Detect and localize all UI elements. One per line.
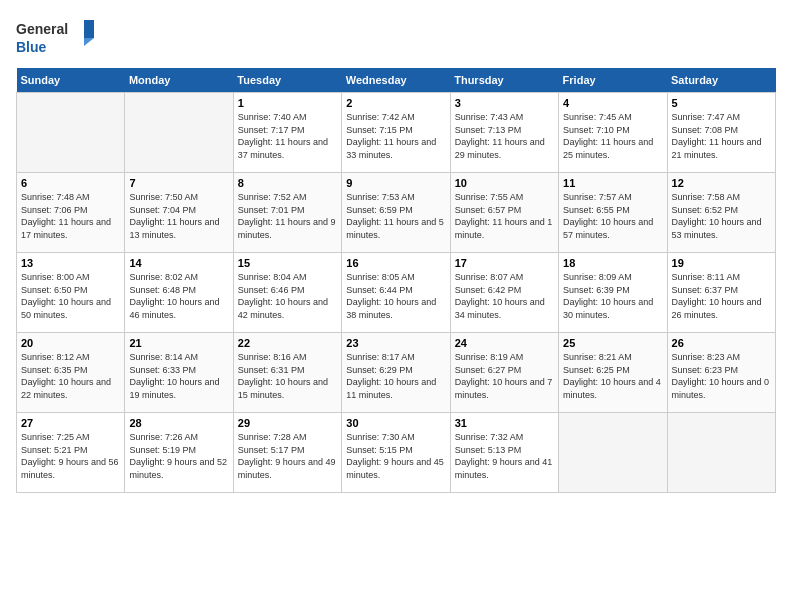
logo: General Blue bbox=[16, 16, 96, 60]
weekday-header-row: SundayMondayTuesdayWednesdayThursdayFrid… bbox=[17, 68, 776, 93]
day-number-29: 29 bbox=[238, 417, 337, 429]
day-info-31: Sunrise: 7:32 AMSunset: 5:13 PMDaylight:… bbox=[455, 431, 554, 481]
day-cell-21: 21Sunrise: 8:14 AMSunset: 6:33 PMDayligh… bbox=[125, 333, 233, 413]
day-info-18: Sunrise: 8:09 AMSunset: 6:39 PMDaylight:… bbox=[563, 271, 662, 321]
day-info-14: Sunrise: 8:02 AMSunset: 6:48 PMDaylight:… bbox=[129, 271, 228, 321]
day-number-1: 1 bbox=[238, 97, 337, 109]
day-number-11: 11 bbox=[563, 177, 662, 189]
day-cell-18: 18Sunrise: 8:09 AMSunset: 6:39 PMDayligh… bbox=[559, 253, 667, 333]
week-row-1: 1Sunrise: 7:40 AMSunset: 7:17 PMDaylight… bbox=[17, 93, 776, 173]
empty-day-cell bbox=[125, 93, 233, 173]
weekday-header-thursday: Thursday bbox=[450, 68, 558, 93]
week-row-5: 27Sunrise: 7:25 AMSunset: 5:21 PMDayligh… bbox=[17, 413, 776, 493]
day-cell-17: 17Sunrise: 8:07 AMSunset: 6:42 PMDayligh… bbox=[450, 253, 558, 333]
day-number-12: 12 bbox=[672, 177, 771, 189]
day-number-8: 8 bbox=[238, 177, 337, 189]
day-cell-15: 15Sunrise: 8:04 AMSunset: 6:46 PMDayligh… bbox=[233, 253, 341, 333]
day-cell-8: 8Sunrise: 7:52 AMSunset: 7:01 PMDaylight… bbox=[233, 173, 341, 253]
day-cell-13: 13Sunrise: 8:00 AMSunset: 6:50 PMDayligh… bbox=[17, 253, 125, 333]
day-cell-6: 6Sunrise: 7:48 AMSunset: 7:06 PMDaylight… bbox=[17, 173, 125, 253]
week-row-3: 13Sunrise: 8:00 AMSunset: 6:50 PMDayligh… bbox=[17, 253, 776, 333]
weekday-header-friday: Friday bbox=[559, 68, 667, 93]
weekday-header-saturday: Saturday bbox=[667, 68, 775, 93]
day-cell-22: 22Sunrise: 8:16 AMSunset: 6:31 PMDayligh… bbox=[233, 333, 341, 413]
svg-marker-2 bbox=[84, 20, 94, 38]
day-number-18: 18 bbox=[563, 257, 662, 269]
day-number-13: 13 bbox=[21, 257, 120, 269]
day-number-17: 17 bbox=[455, 257, 554, 269]
day-number-31: 31 bbox=[455, 417, 554, 429]
day-info-29: Sunrise: 7:28 AMSunset: 5:17 PMDaylight:… bbox=[238, 431, 337, 481]
day-info-25: Sunrise: 8:21 AMSunset: 6:25 PMDaylight:… bbox=[563, 351, 662, 401]
day-number-20: 20 bbox=[21, 337, 120, 349]
day-number-30: 30 bbox=[346, 417, 445, 429]
day-cell-24: 24Sunrise: 8:19 AMSunset: 6:27 PMDayligh… bbox=[450, 333, 558, 413]
day-number-4: 4 bbox=[563, 97, 662, 109]
day-info-26: Sunrise: 8:23 AMSunset: 6:23 PMDaylight:… bbox=[672, 351, 771, 401]
day-cell-9: 9Sunrise: 7:53 AMSunset: 6:59 PMDaylight… bbox=[342, 173, 450, 253]
day-info-19: Sunrise: 8:11 AMSunset: 6:37 PMDaylight:… bbox=[672, 271, 771, 321]
day-info-23: Sunrise: 8:17 AMSunset: 6:29 PMDaylight:… bbox=[346, 351, 445, 401]
day-info-9: Sunrise: 7:53 AMSunset: 6:59 PMDaylight:… bbox=[346, 191, 445, 241]
day-info-10: Sunrise: 7:55 AMSunset: 6:57 PMDaylight:… bbox=[455, 191, 554, 241]
day-number-25: 25 bbox=[563, 337, 662, 349]
day-info-11: Sunrise: 7:57 AMSunset: 6:55 PMDaylight:… bbox=[563, 191, 662, 241]
day-number-16: 16 bbox=[346, 257, 445, 269]
day-info-15: Sunrise: 8:04 AMSunset: 6:46 PMDaylight:… bbox=[238, 271, 337, 321]
calendar-table: SundayMondayTuesdayWednesdayThursdayFrid… bbox=[16, 68, 776, 493]
day-info-17: Sunrise: 8:07 AMSunset: 6:42 PMDaylight:… bbox=[455, 271, 554, 321]
day-info-24: Sunrise: 8:19 AMSunset: 6:27 PMDaylight:… bbox=[455, 351, 554, 401]
day-number-2: 2 bbox=[346, 97, 445, 109]
day-number-22: 22 bbox=[238, 337, 337, 349]
day-number-23: 23 bbox=[346, 337, 445, 349]
week-row-2: 6Sunrise: 7:48 AMSunset: 7:06 PMDaylight… bbox=[17, 173, 776, 253]
day-cell-4: 4Sunrise: 7:45 AMSunset: 7:10 PMDaylight… bbox=[559, 93, 667, 173]
day-number-28: 28 bbox=[129, 417, 228, 429]
day-number-24: 24 bbox=[455, 337, 554, 349]
day-number-15: 15 bbox=[238, 257, 337, 269]
day-info-2: Sunrise: 7:42 AMSunset: 7:15 PMDaylight:… bbox=[346, 111, 445, 161]
day-cell-25: 25Sunrise: 8:21 AMSunset: 6:25 PMDayligh… bbox=[559, 333, 667, 413]
day-info-22: Sunrise: 8:16 AMSunset: 6:31 PMDaylight:… bbox=[238, 351, 337, 401]
day-number-7: 7 bbox=[129, 177, 228, 189]
day-info-1: Sunrise: 7:40 AMSunset: 7:17 PMDaylight:… bbox=[238, 111, 337, 161]
day-number-9: 9 bbox=[346, 177, 445, 189]
day-cell-3: 3Sunrise: 7:43 AMSunset: 7:13 PMDaylight… bbox=[450, 93, 558, 173]
weekday-header-tuesday: Tuesday bbox=[233, 68, 341, 93]
day-number-14: 14 bbox=[129, 257, 228, 269]
svg-marker-3 bbox=[84, 38, 94, 46]
day-info-3: Sunrise: 7:43 AMSunset: 7:13 PMDaylight:… bbox=[455, 111, 554, 161]
day-info-30: Sunrise: 7:30 AMSunset: 5:15 PMDaylight:… bbox=[346, 431, 445, 481]
day-number-6: 6 bbox=[21, 177, 120, 189]
day-cell-14: 14Sunrise: 8:02 AMSunset: 6:48 PMDayligh… bbox=[125, 253, 233, 333]
day-info-20: Sunrise: 8:12 AMSunset: 6:35 PMDaylight:… bbox=[21, 351, 120, 401]
day-number-3: 3 bbox=[455, 97, 554, 109]
day-info-28: Sunrise: 7:26 AMSunset: 5:19 PMDaylight:… bbox=[129, 431, 228, 481]
day-info-13: Sunrise: 8:00 AMSunset: 6:50 PMDaylight:… bbox=[21, 271, 120, 321]
day-cell-1: 1Sunrise: 7:40 AMSunset: 7:17 PMDaylight… bbox=[233, 93, 341, 173]
day-cell-26: 26Sunrise: 8:23 AMSunset: 6:23 PMDayligh… bbox=[667, 333, 775, 413]
empty-day-cell bbox=[17, 93, 125, 173]
day-number-27: 27 bbox=[21, 417, 120, 429]
day-cell-31: 31Sunrise: 7:32 AMSunset: 5:13 PMDayligh… bbox=[450, 413, 558, 493]
day-cell-12: 12Sunrise: 7:58 AMSunset: 6:52 PMDayligh… bbox=[667, 173, 775, 253]
day-cell-23: 23Sunrise: 8:17 AMSunset: 6:29 PMDayligh… bbox=[342, 333, 450, 413]
empty-day-cell bbox=[559, 413, 667, 493]
day-number-21: 21 bbox=[129, 337, 228, 349]
svg-text:Blue: Blue bbox=[16, 39, 47, 55]
day-cell-10: 10Sunrise: 7:55 AMSunset: 6:57 PMDayligh… bbox=[450, 173, 558, 253]
day-cell-20: 20Sunrise: 8:12 AMSunset: 6:35 PMDayligh… bbox=[17, 333, 125, 413]
day-number-10: 10 bbox=[455, 177, 554, 189]
day-info-7: Sunrise: 7:50 AMSunset: 7:04 PMDaylight:… bbox=[129, 191, 228, 241]
day-cell-16: 16Sunrise: 8:05 AMSunset: 6:44 PMDayligh… bbox=[342, 253, 450, 333]
day-info-5: Sunrise: 7:47 AMSunset: 7:08 PMDaylight:… bbox=[672, 111, 771, 161]
day-cell-28: 28Sunrise: 7:26 AMSunset: 5:19 PMDayligh… bbox=[125, 413, 233, 493]
day-cell-30: 30Sunrise: 7:30 AMSunset: 5:15 PMDayligh… bbox=[342, 413, 450, 493]
day-info-12: Sunrise: 7:58 AMSunset: 6:52 PMDaylight:… bbox=[672, 191, 771, 241]
weekday-header-monday: Monday bbox=[125, 68, 233, 93]
day-cell-27: 27Sunrise: 7:25 AMSunset: 5:21 PMDayligh… bbox=[17, 413, 125, 493]
day-cell-19: 19Sunrise: 8:11 AMSunset: 6:37 PMDayligh… bbox=[667, 253, 775, 333]
day-cell-11: 11Sunrise: 7:57 AMSunset: 6:55 PMDayligh… bbox=[559, 173, 667, 253]
day-number-5: 5 bbox=[672, 97, 771, 109]
day-cell-5: 5Sunrise: 7:47 AMSunset: 7:08 PMDaylight… bbox=[667, 93, 775, 173]
